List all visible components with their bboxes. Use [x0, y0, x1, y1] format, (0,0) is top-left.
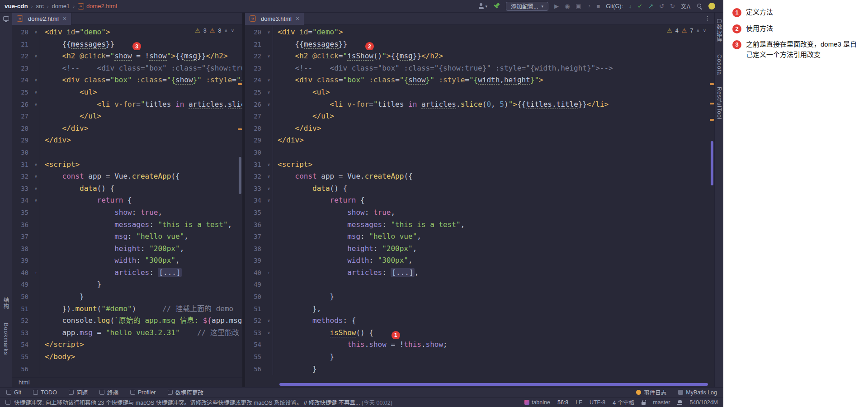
breadcrumb-html[interactable]: html — [19, 379, 30, 386]
code-line[interactable]: 37 msg: "hello vue", — [245, 231, 714, 243]
fold-marker[interactable]: ∨ — [265, 327, 273, 339]
code-lines[interactable]: 20∨<div id="demo">21 {{messages}}322∨ <h… — [12, 25, 242, 375]
code-line[interactable]: 22∨ <h2 @click="isShow()">{{msg}}</h2> — [245, 50, 714, 62]
code-line[interactable]: 23 <!-- <div class="box" :class="{show:t… — [12, 62, 242, 75]
line-number[interactable]: 20 — [12, 26, 32, 38]
tool-git[interactable]: Git — [6, 389, 21, 396]
code-line[interactable]: 52∨ methods: { — [245, 315, 714, 327]
fold-marker[interactable]: ∨ — [32, 50, 40, 62]
tool-database[interactable]: 数据库 — [715, 19, 723, 43]
code-line[interactable]: 56 — [12, 363, 242, 375]
scrollbar-warning-mark[interactable] — [710, 103, 714, 104]
code-line[interactable]: 36 messages: "this is a test", — [12, 219, 242, 231]
line-number[interactable]: 51 — [12, 303, 32, 315]
profiler-icon[interactable]: ◔ — [587, 3, 591, 9]
tab-dome2[interactable]: ‹› dome2.html × — [12, 13, 71, 25]
code-line[interactable]: 27 </ul> — [12, 110, 242, 123]
horizontal-scrollbar[interactable] — [279, 383, 708, 386]
code-line[interactable]: 55 } — [245, 351, 714, 363]
git-update-icon[interactable]: ↓ — [629, 3, 632, 9]
tool-mybatis-log[interactable]: MyBatis Log — [678, 389, 717, 396]
code-line[interactable]: 28 </div> — [12, 123, 242, 135]
line-number[interactable]: 20 — [245, 26, 265, 38]
line-number[interactable]: 38 — [245, 243, 265, 255]
editor-left[interactable]: 20∨<div id="demo">21 {{messages}}322∨ <h… — [12, 25, 242, 377]
monitor-icon[interactable] — [3, 16, 9, 21]
line-number[interactable]: 38 — [12, 243, 32, 255]
code-line[interactable]: 54</script> — [12, 339, 242, 351]
translate-icon[interactable]: 文A — [681, 2, 691, 10]
code-line[interactable]: 34∨ return { — [245, 194, 714, 207]
file-encoding[interactable]: UTF-8 — [590, 399, 605, 406]
next-problem-icon[interactable]: ∨ — [703, 28, 706, 33]
indent-style[interactable]: 4 个空格 — [613, 398, 634, 407]
code-line[interactable]: 32∨ const app = Vue.createApp({ — [12, 170, 242, 183]
notifications-bell-icon[interactable] — [677, 400, 682, 405]
line-number[interactable]: 22 — [245, 50, 265, 62]
tool-db-changes[interactable]: 数据库更改 — [168, 388, 204, 397]
next-problem-icon[interactable]: ∨ — [231, 28, 234, 33]
caret-position[interactable]: 56:8 — [557, 399, 568, 406]
code-line[interactable]: 26∨ <li v-for="titles in articles.slic — [12, 99, 242, 111]
scrollbar-warning-mark[interactable] — [710, 83, 714, 85]
line-number[interactable]: 35 — [245, 207, 265, 219]
fold-marker[interactable]: ∨ — [265, 74, 273, 86]
run-config-button[interactable]: 添加配置...▾ — [506, 2, 548, 11]
code-line[interactable]: 23 <!-- <div class="box" :class="{show:t… — [245, 62, 714, 75]
fold-marker[interactable]: ∨ — [265, 183, 273, 195]
fold-marker[interactable]: ∨ — [32, 74, 40, 86]
line-number[interactable]: 23 — [245, 62, 265, 75]
editor-right[interactable]: 20∨<div id="demo">21 {{messages}}222∨ <h… — [245, 25, 714, 387]
memory-indicator[interactable]: 540/1024M — [689, 399, 718, 406]
code-with-me-button[interactable]: ▾ — [478, 3, 488, 9]
line-number[interactable]: 28 — [12, 123, 32, 135]
line-number[interactable]: 52 — [12, 315, 32, 327]
tool-todo[interactable]: TODO — [33, 389, 57, 396]
line-number[interactable]: 34 — [12, 194, 32, 207]
code-lines[interactable]: 20∨<div id="demo">21 {{messages}}222∨ <h… — [245, 25, 714, 375]
fold-marker[interactable]: ∨ — [265, 26, 273, 38]
status-grid-icon[interactable] — [5, 400, 10, 405]
tool-bookmarks[interactable]: Bookmarks — [3, 323, 9, 355]
close-icon[interactable]: × — [296, 15, 299, 22]
code-line[interactable]: 40+ articles: [...] — [12, 267, 242, 279]
code-line[interactable]: 20∨<div id="demo"> — [245, 26, 714, 38]
dont-show-link[interactable]: 不再显... — [338, 400, 360, 406]
prev-problem-icon[interactable]: ∧ — [696, 28, 699, 33]
line-number[interactable]: 25 — [12, 86, 32, 99]
code-line[interactable]: 53∨ isShow() {1 — [245, 327, 714, 339]
code-line[interactable]: 51 }).mount("#demo") // 挂载上面的 demo — [12, 303, 242, 315]
code-line[interactable]: 54 this.show = !this.show; — [245, 339, 714, 351]
line-number[interactable]: 40 — [245, 267, 265, 279]
line-number[interactable]: 49 — [12, 279, 32, 291]
code-line[interactable]: 34∨ return { — [12, 194, 242, 207]
git-commit-icon[interactable]: ✓ — [637, 3, 642, 9]
code-line[interactable]: 56 } — [245, 363, 714, 375]
code-line[interactable]: 21 {{messages}}2 — [245, 38, 714, 51]
line-number[interactable]: 36 — [12, 219, 32, 231]
editor-breadcrumb-bar[interactable]: html — [12, 377, 242, 387]
line-number[interactable]: 40 — [12, 267, 32, 279]
line-number[interactable]: 26 — [12, 99, 32, 111]
code-line[interactable]: 24∨ <div class="box" :class="{show}" :st… — [245, 74, 714, 86]
tool-event-log[interactable]: 事件日志 — [636, 388, 666, 397]
code-line[interactable]: 26∨ <li v-for="titles in articles.slice(… — [245, 99, 714, 111]
line-number[interactable]: 30 — [245, 147, 265, 159]
line-number[interactable]: 27 — [12, 110, 32, 123]
code-line[interactable]: 33∨ data() { — [245, 183, 714, 195]
line-number[interactable]: 21 — [12, 38, 32, 51]
line-number[interactable]: 23 — [12, 62, 32, 75]
code-line[interactable]: 52 console.log(`原始的 app.msg 信息: ${app.ms… — [12, 315, 242, 327]
line-number[interactable]: 33 — [245, 183, 265, 195]
scrollbar-warning-mark[interactable] — [238, 128, 242, 130]
modify-shortcut-link[interactable]: // 修改快捷键 — [304, 400, 337, 406]
code-line[interactable]: 40+ articles: [...], — [245, 267, 714, 279]
code-line[interactable]: 29</div> — [12, 134, 242, 147]
fold-marker[interactable]: ∨ — [265, 50, 273, 62]
line-number[interactable]: 55 — [12, 351, 32, 363]
line-number[interactable]: 33 — [12, 183, 32, 195]
code-line[interactable]: 50 } — [12, 291, 242, 303]
tool-structure[interactable]: 结构 — [2, 297, 10, 309]
vertical-scrollbar[interactable] — [711, 141, 713, 185]
code-line[interactable]: 22∨ <h2 @click="show = !show">{{msg}}</h… — [12, 50, 242, 62]
